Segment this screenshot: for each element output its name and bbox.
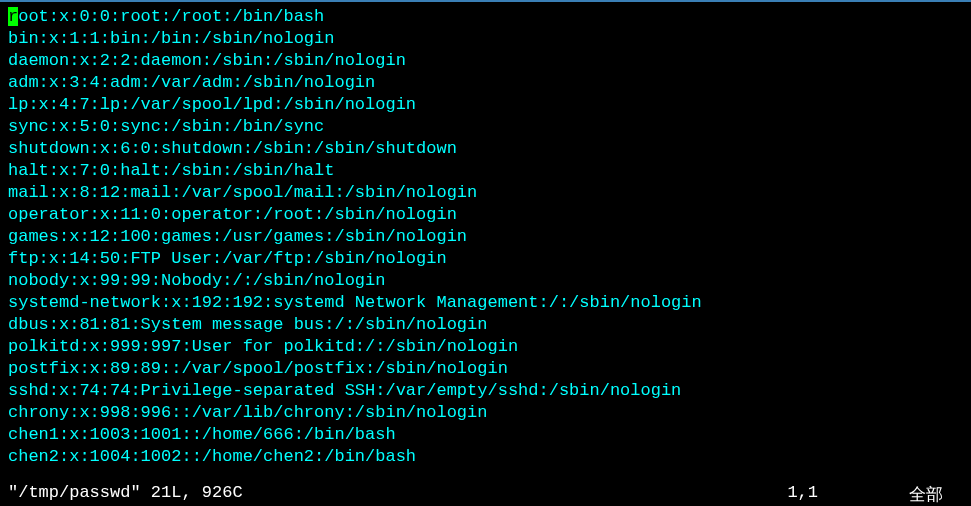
file-line: games:x:12:100:games:/usr/games:/sbin/no…	[8, 226, 963, 248]
file-line: sshd:x:74:74:Privilege-separated SSH:/va…	[8, 380, 963, 402]
file-line: dbus:x:81:81:System message bus:/:/sbin/…	[8, 314, 963, 336]
cursor: r	[8, 7, 18, 26]
file-line: chen2:x:1004:1002::/home/chen2:/bin/bash	[8, 446, 963, 468]
file-line: postfix:x:89:89::/var/spool/postfix:/sbi…	[8, 358, 963, 380]
file-line: polkitd:x:999:997:User for polkitd:/:/sb…	[8, 336, 963, 358]
file-line: operator:x:11:0:operator:/root:/sbin/nol…	[8, 204, 963, 226]
terminal-output[interactable]: root:x:0:0:root:/root:/bin/bashbin:x:1:1…	[8, 6, 963, 468]
vim-status-line: "/tmp/passwd" 21L, 926C 1,1 全部	[8, 483, 963, 502]
file-line: chen1:x:1003:1001::/home/666:/bin/bash	[8, 424, 963, 446]
cursor-position: 1,1	[787, 483, 818, 502]
scroll-indicator: 全部	[909, 483, 943, 506]
file-line: halt:x:7:0:halt:/sbin:/sbin/halt	[8, 160, 963, 182]
file-line: bin:x:1:1:bin:/bin:/sbin/nologin	[8, 28, 963, 50]
file-line: sync:x:5:0:sync:/sbin:/bin/sync	[8, 116, 963, 138]
file-line: root:x:0:0:root:/root:/bin/bash	[8, 6, 963, 28]
file-line: lp:x:4:7:lp:/var/spool/lpd:/sbin/nologin	[8, 94, 963, 116]
file-line: ftp:x:14:50:FTP User:/var/ftp:/sbin/nolo…	[8, 248, 963, 270]
file-line: nobody:x:99:99:Nobody:/:/sbin/nologin	[8, 270, 963, 292]
file-line: adm:x:3:4:adm:/var/adm:/sbin/nologin	[8, 72, 963, 94]
file-line: systemd-network:x:192:192:systemd Networ…	[8, 292, 963, 314]
file-info: "/tmp/passwd" 21L, 926C	[8, 483, 243, 502]
file-line: daemon:x:2:2:daemon:/sbin:/sbin/nologin	[8, 50, 963, 72]
file-line: mail:x:8:12:mail:/var/spool/mail:/sbin/n…	[8, 182, 963, 204]
file-line: chrony:x:998:996::/var/lib/chrony:/sbin/…	[8, 402, 963, 424]
file-line: shutdown:x:6:0:shutdown:/sbin:/sbin/shut…	[8, 138, 963, 160]
